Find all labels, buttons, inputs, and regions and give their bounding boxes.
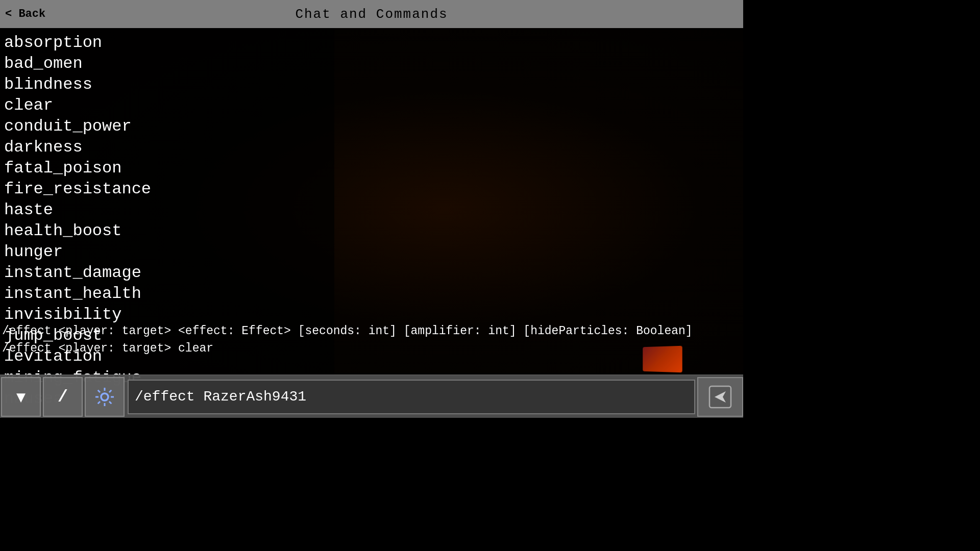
autocomplete-item-blindness[interactable]: blindness [2,74,370,95]
chat-input-container[interactable] [128,380,695,414]
dropdown-icon: ▼ [16,388,26,406]
back-button[interactable]: < Back [5,8,45,20]
autocomplete-item-haste[interactable]: haste [2,199,370,220]
autocomplete-item-health-boost[interactable]: health_boost [2,220,370,241]
send-button[interactable] [697,377,743,417]
header-bar: < Back Chat and Commands [0,0,743,28]
gear-button[interactable] [85,377,125,417]
command-hint-line2: /effect <player: target> clear [2,340,741,357]
autocomplete-list: absorption bad_omen blindness clear cond… [0,28,372,418]
autocomplete-item-fire-resistance[interactable]: fire_resistance [2,179,370,199]
autocomplete-item-instant-damage[interactable]: instant_damage [2,262,370,283]
svg-line-6 [109,402,111,404]
autocomplete-item-absorption[interactable]: absorption [2,32,370,53]
autocomplete-item-darkness[interactable]: darkness [2,137,370,158]
header-title: Chat and Commands [295,7,448,22]
command-hints: /effect <player: target> <effect: Effect… [0,320,743,359]
autocomplete-item-bad-omen[interactable]: bad_omen [2,53,370,74]
svg-line-5 [98,390,100,392]
dropdown-button[interactable]: ▼ [1,377,41,417]
gear-icon [93,386,116,408]
autocomplete-item-clear[interactable]: clear [2,95,370,116]
autocomplete-item-conduit-power[interactable]: conduit_power [2,116,370,137]
command-hint-line1: /effect <player: target> <effect: Effect… [2,322,741,340]
pencil-button[interactable]: / [43,377,83,417]
autocomplete-item-instant-health[interactable]: instant_health [2,283,370,304]
svg-point-0 [101,393,108,400]
chat-input[interactable] [135,389,688,405]
pencil-icon: / [58,387,68,407]
autocomplete-item-hunger[interactable]: hunger [2,241,370,262]
autocomplete-item-fatal-poison[interactable]: fatal_poison [2,158,370,179]
toolbar: ▼ / [0,374,743,418]
svg-line-7 [109,390,111,392]
svg-line-8 [98,402,100,404]
send-icon [707,384,733,410]
